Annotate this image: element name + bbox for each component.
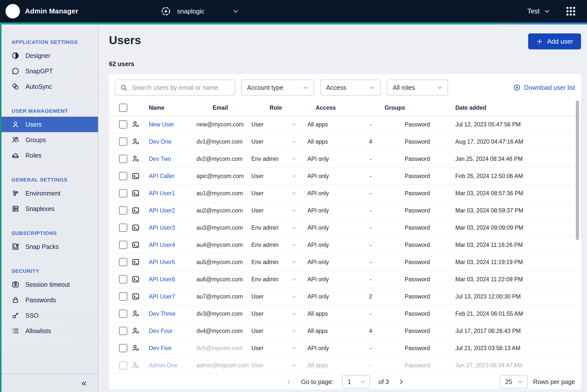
next-page-icon[interactable] — [398, 378, 405, 386]
sidebar-item-snaplexes[interactable]: Snaplexes — [0, 201, 98, 216]
user-name-link[interactable]: Dev One — [149, 138, 172, 145]
role-dropdown-chevron-icon[interactable] — [284, 362, 303, 368]
role-dropdown-chevron-icon[interactable] — [284, 156, 303, 162]
role-dropdown-chevron-icon[interactable] — [284, 259, 303, 265]
sidebar-item-designer[interactable]: Designer — [0, 48, 98, 63]
role-dropdown-chevron-icon[interactable] — [284, 225, 303, 231]
user-name-link[interactable]: API Caller — [149, 173, 175, 179]
search-input[interactable] — [132, 84, 230, 92]
scrollbar-thumb[interactable] — [576, 100, 579, 240]
row-checkbox[interactable] — [119, 138, 128, 146]
user-email: au6@mycom.com — [192, 276, 248, 283]
access-filter[interactable]: Access — [320, 80, 381, 96]
role-dropdown-chevron-icon[interactable] — [284, 328, 303, 334]
row-checkbox[interactable] — [119, 172, 128, 180]
role-dropdown-chevron-icon[interactable] — [284, 190, 303, 196]
user-date-added: Feb 21, 2024 06:01:55 AM — [442, 310, 581, 317]
row-checkbox[interactable] — [119, 258, 128, 266]
add-user-button[interactable]: Add user — [528, 34, 581, 49]
apps-grid-icon[interactable] — [565, 6, 576, 17]
row-checkbox[interactable] — [119, 120, 128, 129]
role-dropdown-chevron-icon[interactable] — [284, 242, 303, 248]
sidebar-sections: APPLICATION SETTINGS Designer SnapGPT Au… — [0, 39, 98, 352]
designer-icon — [12, 52, 20, 60]
role-dropdown-chevron-icon[interactable] — [284, 294, 303, 300]
row-checkbox[interactable] — [119, 310, 128, 318]
sidebar-item-allowlists[interactable]: Allowlists — [0, 323, 98, 339]
sidebar-section: SECURITY Session timeout Passwords SSO A… — [0, 268, 98, 339]
sidebar-item-autosync[interactable]: AutoSync — [0, 79, 98, 94]
roles-filter[interactable]: All roles — [387, 80, 448, 96]
sidebar-item-passwords[interactable]: Passwords — [0, 292, 98, 308]
sidebar-item-sso[interactable]: SSO — [0, 308, 98, 323]
sidebar-item-roles[interactable]: Roles — [0, 148, 98, 163]
sidebar-item-users[interactable]: Users — [0, 117, 98, 132]
previous-page-icon[interactable] — [285, 378, 292, 386]
user-role: User — [248, 138, 284, 145]
role-dropdown-chevron-icon[interactable] — [284, 122, 303, 128]
role-dropdown-chevron-icon[interactable] — [284, 345, 303, 351]
sidebar-item-groups[interactable]: Groups — [0, 132, 98, 148]
row-checkbox[interactable] — [119, 241, 128, 249]
user-name-link[interactable]: New User — [149, 121, 174, 128]
user-groups: - — [348, 190, 393, 197]
user-name-link[interactable]: API User6 — [149, 276, 175, 282]
user-name-link[interactable]: API User2 — [149, 207, 175, 214]
role-dropdown-chevron-icon[interactable] — [284, 173, 303, 179]
sidebar-item-environment[interactable]: Environment — [0, 186, 98, 201]
account-type-filter[interactable]: Account type — [241, 80, 314, 96]
row-checkbox[interactable] — [119, 154, 128, 163]
table-row: Dev Four dv4@mycom.com User All apps 4 P… — [109, 322, 581, 340]
row-checkbox[interactable] — [119, 344, 128, 352]
user-name-link[interactable]: Dev Five — [149, 345, 172, 351]
row-checkbox[interactable] — [119, 189, 128, 198]
row-checkbox[interactable] — [119, 224, 128, 232]
row-checkbox[interactable] — [119, 292, 128, 301]
role-dropdown-chevron-icon[interactable] — [284, 208, 303, 214]
user-name-link[interactable]: Dev Four — [149, 328, 172, 334]
user-code-icon — [132, 138, 140, 146]
user-email: au4@mycom.com — [192, 242, 248, 248]
user-groups: - — [348, 121, 393, 128]
rows-per-page-select[interactable]: 25 — [500, 375, 528, 388]
download-user-list-link[interactable]: Download user list — [513, 84, 575, 91]
user-access: All apps — [303, 310, 348, 317]
chat-bubble-icon — [12, 67, 20, 75]
table-row: Dev Five dv5@mycom.com User API only - P… — [109, 340, 581, 357]
role-dropdown-chevron-icon[interactable] — [284, 139, 303, 145]
column-header-access: Access — [303, 104, 348, 111]
sidebar-section-header: GENERAL SETTINGS — [12, 176, 98, 183]
role-dropdown-chevron-icon[interactable] — [284, 311, 303, 317]
user-name-link[interactable]: API User3 — [149, 224, 175, 231]
row-checkbox[interactable] — [119, 275, 128, 284]
select-all-checkbox[interactable] — [119, 104, 128, 112]
sidebar-item-session-timeout[interactable]: Session timeout — [0, 277, 98, 292]
sidebar-section: SUBSCRIPTIONS Snap Packs — [0, 230, 98, 254]
user-menu[interactable]: Test — [527, 8, 550, 15]
chevron-down-icon — [302, 84, 309, 91]
org-selector[interactable]: snaplogic — [160, 6, 240, 16]
user-name-link[interactable]: API User4 — [149, 242, 175, 248]
page-select[interactable]: 1 — [342, 375, 370, 388]
row-checkbox[interactable] — [119, 206, 128, 215]
user-groups: - — [348, 173, 393, 180]
user-email: au3@mycom.com — [192, 224, 248, 231]
user-name-link[interactable]: Dev Two — [149, 156, 171, 162]
lock-icon — [12, 296, 20, 304]
table-row: API Caller apic@mycom.com User API only … — [109, 168, 581, 185]
user-name-link[interactable]: API User7 — [149, 293, 175, 300]
user-name-link[interactable]: Dev Three — [149, 310, 176, 317]
sidebar-item-snap-packs[interactable]: Snap Packs — [0, 239, 98, 254]
sidebar-item-label: Groups — [26, 136, 46, 144]
role-dropdown-chevron-icon[interactable] — [284, 276, 303, 282]
chevron-down-icon — [517, 378, 524, 385]
user-name-link[interactable]: API User1 — [149, 190, 175, 196]
row-checkbox[interactable] — [119, 327, 128, 335]
user-date-added: Feb 26, 2024 12:50:06 AM — [442, 173, 581, 180]
sidebar-item-snapgpt[interactable]: SnapGPT — [0, 63, 98, 79]
user-role: Env admin — [248, 242, 284, 248]
collapse-sidebar-button[interactable]: « — [82, 378, 86, 388]
row-checkbox[interactable] — [119, 361, 128, 370]
user-name-link[interactable]: API User5 — [149, 259, 175, 265]
user-name-link[interactable]: Admin One — [149, 362, 178, 368]
